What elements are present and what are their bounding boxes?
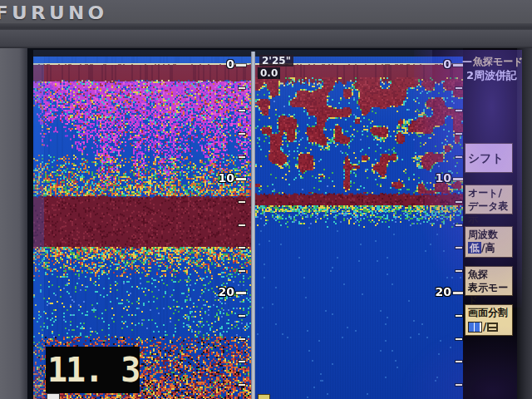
single-screen-icon [487, 323, 498, 332]
time-marker: 2'25" [259, 55, 293, 66]
mode-title-dash: — [462, 56, 472, 67]
frequency-selected-low: 低 [468, 242, 481, 254]
auto-data-button[interactable]: オート/ データ表示 [465, 185, 513, 214]
left-bezel [0, 48, 29, 399]
split-screen-icon [468, 322, 482, 332]
mode-title: —魚探モード [462, 55, 524, 69]
shift-button[interactable]: シフト [465, 143, 513, 173]
right-echogram-canvas [255, 57, 463, 399]
sounder-display-mode-button[interactable]: 魚探 表示モード [465, 266, 513, 296]
bottom-left-mini-icon [47, 393, 60, 399]
bottom-mini-icon [258, 394, 270, 399]
bezel-mid [0, 30, 532, 50]
aux-marker: 0.0 [258, 67, 280, 79]
right-bezel [517, 48, 532, 399]
top-bezel: FURUNO [0, 0, 532, 25]
frequency-option-high: 高 [485, 242, 495, 254]
screen-split-button[interactable]: 画面分割 / [465, 304, 513, 336]
furuno-logo: FURUNO [0, 2, 107, 23]
depth-readout: 11. 3 [46, 347, 140, 393]
mode-subtitle: 2周波併記 [466, 68, 517, 83]
fishfinder-device: FURUNO 0102001020 2'25" 0.0 11. 3 —魚探モード… [0, 0, 532, 399]
frequency-button[interactable]: 周波数 低/高 [465, 226, 513, 258]
